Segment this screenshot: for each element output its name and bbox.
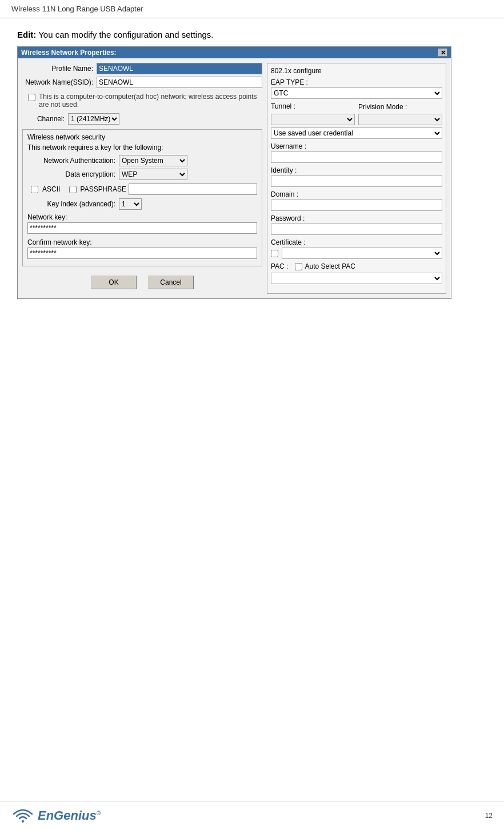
enc-row: Data encryption: WEP bbox=[27, 169, 257, 180]
netkey-input[interactable] bbox=[27, 222, 257, 234]
enc-label: Data encryption: bbox=[27, 170, 119, 178]
adhoc-checkbox[interactable] bbox=[28, 94, 35, 101]
pac-row: PAC : Auto Select PAC bbox=[271, 262, 442, 270]
confirm-key-section: Confirm network key: bbox=[27, 237, 257, 262]
main-content: Edit: You can modify the configuration a… bbox=[0, 18, 504, 310]
right-panel: 802.1x configure EAP TYPE : GTC Tunnel :… bbox=[267, 63, 446, 294]
provision-half: Privision Mode : bbox=[358, 103, 442, 111]
eap-label: EAP TYPE : bbox=[271, 78, 442, 86]
enc-select[interactable]: WEP bbox=[119, 169, 187, 180]
netkey-label: Network key: bbox=[27, 213, 257, 221]
profile-name-input[interactable] bbox=[97, 63, 262, 74]
passphrase-checkbox[interactable] bbox=[69, 186, 77, 193]
identity-input[interactable] bbox=[271, 175, 442, 187]
keyindex-row: Key index (advanced): 1 bbox=[27, 198, 257, 210]
edit-intro: Edit: You can modify the configuration a… bbox=[17, 30, 487, 39]
dialog-body: Profile Name: Network Name(SSID): This i… bbox=[18, 58, 451, 298]
network-name-input[interactable] bbox=[97, 77, 262, 88]
logo-reg: ® bbox=[97, 810, 101, 816]
password-input[interactable] bbox=[271, 224, 442, 235]
tunnel-label: Tunnel : bbox=[271, 102, 355, 110]
auth-label: Network Authentication: bbox=[27, 157, 119, 165]
pac-select[interactable] bbox=[271, 273, 442, 284]
ascii-checkbox[interactable] bbox=[31, 186, 38, 193]
profile-name-row: Profile Name: bbox=[22, 63, 262, 74]
tunnel-half: Tunnel : bbox=[271, 102, 355, 111]
network-name-label: Network Name(SSID): bbox=[22, 78, 97, 86]
auth-row: Network Authentication: Open System bbox=[27, 155, 257, 166]
edit-label-text: You can modify the configuration and set… bbox=[36, 30, 213, 39]
wifi-dot bbox=[22, 820, 24, 823]
keyindex-label: Key index (advanced): bbox=[27, 200, 119, 208]
cancel-button[interactable]: Cancel bbox=[148, 276, 194, 289]
tunnel-select-half bbox=[271, 114, 355, 125]
domain-label: Domain : bbox=[271, 190, 442, 198]
auth-select[interactable]: Open System bbox=[119, 155, 187, 166]
logo-name: EnGenius bbox=[38, 808, 97, 823]
dialog-window: Wireless Network Properties: ✕ Profile N… bbox=[17, 46, 451, 299]
adhoc-text: This is a computer-to-computer(ad hoc) n… bbox=[39, 93, 262, 109]
provision-mode-label: Privision Mode : bbox=[358, 103, 442, 111]
security-subtext: This network requires a key for the foll… bbox=[27, 143, 257, 151]
tunnel-provision-selects bbox=[271, 114, 442, 125]
left-panel: Profile Name: Network Name(SSID): This i… bbox=[22, 63, 262, 294]
ascii-label: ASCII bbox=[42, 185, 60, 193]
dialog-title: Wireless Network Properties: bbox=[21, 49, 117, 57]
edit-label-bold: Edit: bbox=[17, 30, 36, 39]
dialog-titlebar: Wireless Network Properties: ✕ bbox=[18, 47, 451, 58]
certificate-checkbox[interactable] bbox=[271, 250, 278, 257]
button-row: OK Cancel bbox=[22, 270, 262, 294]
certificate-row bbox=[271, 248, 442, 259]
confirm-key-label: Confirm network key: bbox=[27, 238, 257, 246]
confirm-key-input[interactable] bbox=[27, 248, 257, 259]
use-saved-select[interactable]: Use saved user credential bbox=[271, 127, 442, 139]
page-title: Wireless 11N Long Range USB Adapter bbox=[11, 5, 143, 13]
passphrase-label: PASSPHRASE bbox=[81, 185, 126, 193]
identity-label: Identity : bbox=[271, 166, 442, 174]
tunnel-provision-row: Tunnel : Privision Mode : bbox=[271, 102, 442, 111]
logo-text: EnGenius® bbox=[38, 808, 101, 823]
ok-button[interactable]: OK bbox=[91, 276, 137, 289]
adhoc-row: This is a computer-to-computer(ad hoc) n… bbox=[22, 93, 262, 109]
password-label: Password : bbox=[271, 214, 442, 222]
provision-select[interactable] bbox=[358, 114, 442, 125]
domain-input[interactable] bbox=[271, 199, 442, 211]
page-header: Wireless 11N Long Range USB Adapter bbox=[0, 0, 504, 18]
page-footer: EnGenius® 12 bbox=[0, 801, 504, 830]
dialog-close-button[interactable]: ✕ bbox=[438, 49, 447, 57]
security-group: Wireless network security This network r… bbox=[22, 129, 262, 266]
username-input[interactable] bbox=[271, 151, 442, 163]
provision-select-half bbox=[358, 114, 442, 125]
profile-name-label: Profile Name: bbox=[22, 65, 97, 73]
channel-label: Channel: bbox=[28, 115, 68, 123]
network-name-row: Network Name(SSID): bbox=[22, 77, 262, 88]
pac-label: PAC : bbox=[271, 262, 288, 270]
eap-select[interactable]: GTC bbox=[271, 87, 442, 99]
tunnel-select[interactable] bbox=[271, 114, 355, 125]
auto-select-pac-row: Auto Select PAC bbox=[295, 262, 355, 270]
auto-select-pac-label: Auto Select PAC bbox=[305, 262, 355, 270]
certificate-select[interactable] bbox=[282, 248, 442, 259]
certificate-label: Certificate : bbox=[271, 238, 442, 246]
auto-select-pac-checkbox[interactable] bbox=[295, 263, 302, 270]
wifi-logo-icon bbox=[11, 807, 34, 824]
channel-select[interactable]: 1 (2412MHz) bbox=[68, 113, 119, 125]
passphrase-row: ASCII PASSPHRASE bbox=[27, 183, 257, 195]
passphrase-input[interactable] bbox=[129, 183, 257, 195]
username-label: Username : bbox=[271, 142, 442, 150]
page-number: 12 bbox=[485, 812, 493, 820]
keyindex-select[interactable]: 1 bbox=[119, 198, 142, 210]
engenius-logo: EnGenius® bbox=[11, 807, 101, 824]
channel-row: Channel: 1 (2412MHz) bbox=[22, 113, 262, 125]
security-group-title: Wireless network security bbox=[27, 133, 257, 141]
right-group-title: 802.1x configure bbox=[271, 67, 442, 75]
netkey-section: Network key: bbox=[27, 212, 257, 237]
